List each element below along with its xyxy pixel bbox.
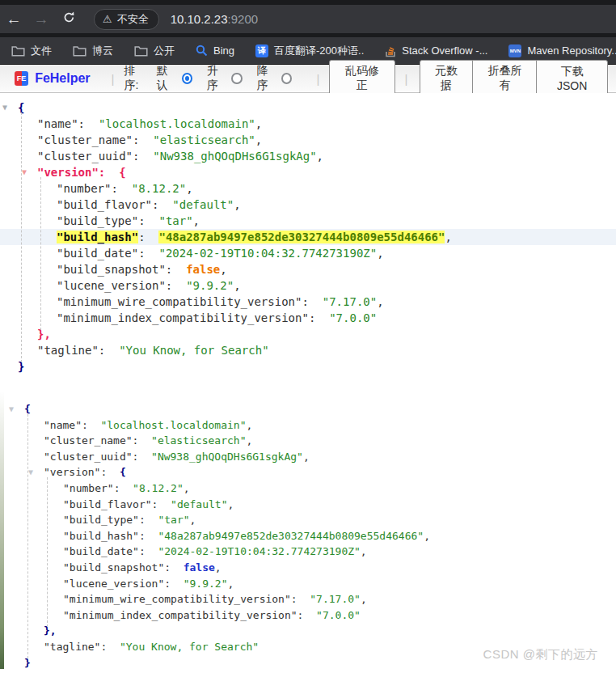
json-line: "name": "localhost.localdomain",	[0, 417, 616, 434]
json-line: "cluster_name": "elasticsearch",	[0, 132, 616, 148]
json-value-string: "7.0.0"	[316, 609, 361, 621]
bookmark-item[interactable]: 公开	[134, 44, 175, 58]
url-port: :9200	[228, 12, 259, 26]
folder-icon	[11, 45, 25, 57]
json-key: "cluster_uuid"	[44, 451, 133, 463]
json-comma: ,	[246, 434, 252, 447]
sort-option-label: 默认	[157, 64, 178, 93]
json-comma: ,	[220, 263, 226, 276]
json-line: "build_flavor": "default",	[0, 497, 616, 513]
collapse-arrow-icon[interactable]: ▼	[9, 401, 14, 417]
json-key: "minimum_wire_compatibility_version"	[57, 295, 302, 308]
json-value-string: "Nw938_ghQOqDHs6G1sgkAg"	[153, 150, 316, 163]
json-line: }	[0, 358, 616, 375]
sort-option[interactable]: 升序	[207, 64, 243, 93]
json-colon: :	[133, 150, 153, 163]
json-colon: :	[99, 344, 119, 357]
bookmark-item[interactable]: Stack Overflow -...	[385, 44, 487, 57]
warning-icon: ⚠	[103, 13, 112, 25]
bookmark-item[interactable]: Bing	[196, 44, 234, 57]
json-colon: :	[133, 451, 151, 463]
json-colon: :	[99, 166, 119, 179]
sort-option-label: 升序	[207, 64, 228, 93]
json-key: "name"	[37, 117, 78, 130]
json-value-string: "You Know, for Search"	[120, 641, 259, 653]
collapse-arrow-icon[interactable]: ▼	[2, 99, 7, 116]
json-line: "lucene_version": "9.9.2",	[0, 277, 616, 294]
json-line: "cluster_uuid": "Nw938_ghQOqDHs6G1sgkAg"…	[0, 449, 616, 465]
json-comma: ,	[361, 545, 367, 557]
refresh-button[interactable]	[55, 11, 82, 28]
json-brace: {	[120, 466, 126, 478]
json-colon: :	[133, 133, 153, 146]
json-value-string: "tar"	[158, 214, 192, 227]
json-colon: :	[166, 263, 186, 276]
toolbar-button[interactable]: 下载JSON	[536, 60, 608, 97]
json-line: "build_date": "2024-02-19T10:04:32.77427…	[0, 544, 616, 560]
json-line: "number": "8.12.2",	[0, 180, 616, 197]
bookmark-item[interactable]: 文件	[11, 44, 52, 58]
sort-option[interactable]: 降序	[257, 64, 293, 93]
forward-button[interactable]: →	[27, 11, 55, 28]
json-comma: ,	[424, 530, 430, 542]
json-colon: :	[152, 198, 172, 211]
json-line: "tagline": "You Know, for Search"	[0, 342, 616, 358]
json-line: "lucene_version": "9.9.2",	[0, 576, 616, 592]
json-value-string: "Nw938_ghQOqDHs6G1sgkAg"	[151, 451, 303, 463]
json-value-string: "localhost.localdomain"	[99, 117, 255, 130]
json-comma: ,	[377, 247, 383, 260]
collapse-arrow-icon[interactable]: ▼	[28, 464, 33, 480]
bookmark-item[interactable]: MVNMaven Repository...	[508, 44, 616, 57]
radio-button[interactable]	[231, 73, 242, 84]
json-colon: :	[309, 311, 329, 324]
json-brace: },	[44, 624, 57, 637]
sort-option[interactable]: 默认	[157, 64, 192, 93]
json-value-string: "7.17.0"	[310, 593, 361, 605]
json-key: "name"	[44, 419, 82, 431]
address-url[interactable]: 10.10.2.23:9200	[171, 12, 258, 26]
json-value-string: "tar"	[158, 514, 189, 526]
json-key: "build_type"	[57, 214, 138, 227]
json-key: "lucene_version"	[63, 578, 164, 590]
indent-guide	[21, 112, 22, 362]
collapse-arrow-icon[interactable]: ▼	[22, 164, 27, 180]
json-key: "build_hash"	[63, 530, 139, 542]
fix-encoding-button[interactable]: 乱码修正	[329, 60, 394, 97]
json-key: "cluster_name"	[37, 133, 133, 146]
sort-label: 排序:	[124, 64, 149, 93]
toolbar-button[interactable]: 元数据	[420, 60, 474, 97]
json-comma: ,	[255, 117, 262, 130]
json-key: "build_flavor"	[63, 498, 152, 510]
json-comma: ,	[317, 150, 323, 163]
json-block-formatted: ▼{"name": "localhost.localdomain","clust…	[0, 93, 616, 375]
fehelper-toolbar: FE FeHelper | 排序: 默认升序降序 | 乱码修正 | 元数据折叠所…	[0, 64, 616, 93]
json-comma: ,	[361, 593, 367, 605]
json-colon: :	[139, 545, 158, 557]
radio-button[interactable]	[281, 73, 292, 84]
bookmark-item[interactable]: 译百度翻译-200种语..	[255, 44, 364, 58]
bookmark-label: 公开	[154, 44, 175, 58]
radio-button[interactable]	[182, 73, 192, 84]
toolbar-button[interactable]: 折叠所有	[472, 60, 537, 97]
sort-option-label: 降序	[257, 64, 278, 93]
json-comma: ,	[190, 514, 196, 526]
json-value-string: "You Know, for Search"	[119, 344, 268, 357]
json-line: "minimum_wire_compatibility_version": "7…	[0, 591, 616, 607]
json-colon: :	[166, 279, 186, 292]
json-key: "version"	[37, 166, 99, 179]
json-line: },	[0, 623, 616, 639]
json-colon: :	[302, 295, 322, 308]
json-comma: ,	[228, 498, 234, 510]
json-comma: ,	[215, 561, 222, 574]
json-colon: :	[133, 434, 151, 447]
json-line: "name": "localhost.localdomain",	[0, 116, 616, 132]
security-badge[interactable]: ⚠ 不安全	[94, 9, 159, 30]
address-bar[interactable]: ← → ⚠ 不安全 10.10.2.23:9200	[0, 5, 616, 33]
bookmark-item[interactable]: 博云	[73, 44, 113, 58]
json-value-string: "48a287ab9497e852de30327444b0809e55d4646…	[158, 231, 445, 243]
json-value-boolean: false	[184, 561, 215, 574]
indent-guide	[40, 177, 41, 330]
folder-icon	[134, 45, 148, 57]
json-colon: :	[82, 419, 100, 431]
back-button[interactable]: ←	[0, 11, 27, 28]
